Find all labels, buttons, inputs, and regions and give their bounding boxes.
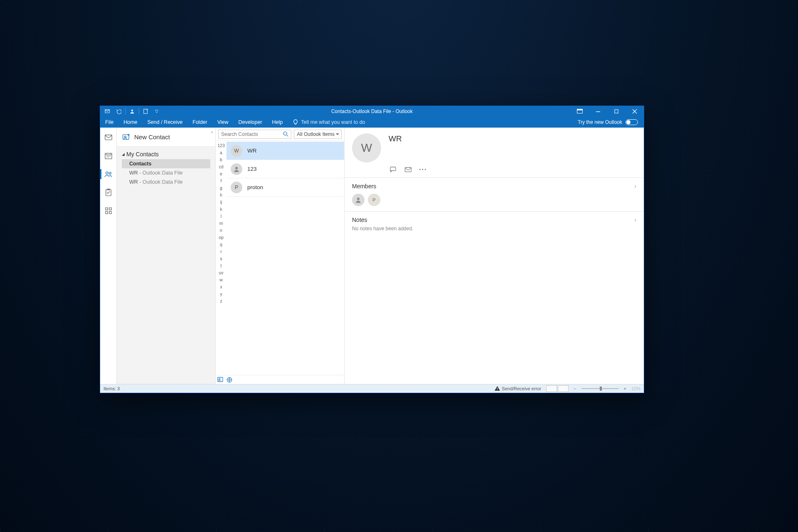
alpha-index-item[interactable]: s	[220, 256, 222, 261]
menu-send-receive[interactable]: Send / Receive	[143, 117, 188, 128]
contact-card-icon[interactable]	[217, 377, 224, 383]
alpha-index-item[interactable]: ij	[220, 199, 222, 205]
rail-more[interactable]	[100, 204, 117, 217]
rail-calendar[interactable]	[100, 149, 117, 163]
svg-point-11	[109, 172, 111, 174]
alpha-index-item[interactable]: z	[220, 298, 222, 304]
zoom-in-icon[interactable]: +	[624, 386, 626, 391]
alpha-index-item[interactable]: m	[219, 220, 223, 226]
new-contact-button[interactable]: New Contact	[117, 128, 215, 147]
folder-pane: ‹ New Contact ◢ My Contacts Contacts WR …	[117, 128, 216, 384]
alpha-index-item[interactable]: uv	[219, 270, 223, 276]
svg-rect-8	[105, 135, 111, 140]
alpha-index-item[interactable]: l	[221, 213, 222, 219]
section-title: Members	[352, 183, 376, 190]
member-chip[interactable]	[352, 194, 365, 206]
svg-rect-6	[614, 109, 618, 113]
alpha-index-item[interactable]: n	[220, 227, 222, 233]
qat-undo-icon[interactable]	[113, 107, 123, 116]
search-scope-dropdown[interactable]: All Outlook Items	[294, 130, 342, 139]
quick-access-toolbar	[100, 107, 162, 116]
nav-group-header[interactable]: ◢ My Contacts	[122, 151, 210, 159]
nav-item-wr-2[interactable]: WR - Outlook Data File	[122, 177, 210, 187]
toggle-switch-icon[interactable]	[626, 119, 638, 125]
contact-row[interactable]: 123	[227, 160, 344, 178]
qat-new-item-icon[interactable]	[141, 107, 151, 116]
view-normal-button[interactable]	[546, 385, 557, 392]
svg-rect-25	[390, 167, 396, 171]
alpha-index-item[interactable]: k	[220, 206, 222, 212]
menu-home[interactable]: Home	[118, 117, 142, 128]
rail-people[interactable]	[100, 167, 117, 181]
qat-send-receive-icon[interactable]	[103, 107, 113, 116]
more-icon[interactable]: ···	[419, 166, 427, 173]
menu-developer[interactable]: Developer	[234, 117, 267, 128]
lightbulb-icon	[293, 119, 298, 125]
alpha-index-item[interactable]: q	[220, 241, 222, 247]
collapse-pane-icon[interactable]: ‹	[211, 129, 213, 134]
alpha-index-item[interactable]: x	[220, 284, 222, 290]
menu-file[interactable]: File	[100, 117, 118, 128]
alpha-index-item[interactable]: a	[220, 150, 222, 155]
zoom-slider[interactable]	[581, 388, 619, 389]
alpha-index-item[interactable]: e	[220, 171, 222, 177]
status-items-count: Items: 3	[103, 386, 120, 391]
svg-rect-28	[497, 388, 498, 389]
status-error[interactable]: Send/Receive error	[495, 386, 541, 391]
status-error-text: Send/Receive error	[502, 386, 541, 391]
members-header[interactable]: Members ›	[352, 183, 636, 190]
window-controls	[571, 106, 644, 117]
zoom-out-icon[interactable]: −	[574, 386, 576, 391]
rail-mail[interactable]	[100, 131, 117, 144]
contact-actions: ···	[345, 165, 644, 177]
menu-help[interactable]: Help	[267, 117, 288, 128]
chat-icon[interactable]	[389, 166, 397, 173]
alpha-index-item[interactable]: y	[220, 291, 222, 297]
nav-item-suffix: - Outlook Data File	[138, 179, 183, 185]
alpha-index-item[interactable]: t	[221, 263, 222, 268]
members-section: Members › P	[345, 177, 644, 211]
menu-folder[interactable]: Folder	[187, 117, 212, 128]
search-contacts-input[interactable]: Search Contacts	[218, 130, 291, 139]
nav-group: ◢ My Contacts Contacts WR - Outlook Data…	[117, 147, 215, 187]
grid-icon	[105, 207, 112, 214]
nav-group-label: My Contacts	[126, 151, 159, 158]
tell-me-search[interactable]: Tell me what you want to do	[288, 117, 370, 128]
maximize-button[interactable]	[607, 106, 626, 117]
mail-icon[interactable]	[404, 166, 412, 173]
qat-customize-icon[interactable]	[152, 107, 162, 116]
alpha-index-item[interactable]: h	[220, 192, 222, 198]
rail-tasks[interactable]	[100, 186, 117, 199]
nav-item-wr-1[interactable]: WR - Outlook Data File	[122, 168, 210, 177]
globe-icon[interactable]	[227, 377, 232, 383]
minimize-button[interactable]	[589, 106, 607, 117]
svg-point-23	[219, 378, 220, 380]
alpha-index-item[interactable]: r	[220, 249, 222, 254]
try-new-outlook[interactable]: Try the new Outlook	[578, 117, 644, 128]
svg-rect-16	[105, 212, 107, 214]
alpha-index-item[interactable]: g	[220, 185, 222, 191]
outlook-window: Contacts-Outlook Data File - Outlook Fil…	[100, 106, 644, 393]
contacts-list-pane: Search Contacts All Outlook Items 123 a …	[216, 128, 345, 384]
contact-header: W WR	[345, 128, 644, 165]
contact-row[interactable]: W WR	[227, 142, 344, 160]
alpha-index-item[interactable]: 123	[217, 143, 225, 148]
menu-view[interactable]: View	[212, 117, 234, 128]
member-chip[interactable]: P	[368, 194, 380, 206]
alpha-index-item[interactable]: op	[219, 234, 224, 240]
search-scope-label: All Outlook Items	[297, 131, 335, 137]
contact-row[interactable]: P proton	[227, 178, 344, 197]
alpha-index-item[interactable]: b	[220, 157, 222, 163]
alpha-index-item[interactable]: cd	[219, 164, 223, 170]
ribbon-display-options-icon[interactable]	[571, 106, 589, 117]
alpha-index-item[interactable]: f	[221, 178, 222, 184]
notes-header[interactable]: Notes ›	[352, 217, 636, 223]
nav-item-label: WR	[129, 170, 138, 176]
new-contact-icon	[123, 134, 130, 140]
close-button[interactable]	[626, 106, 644, 117]
view-reading-button[interactable]	[558, 385, 569, 392]
qat-user-icon[interactable]	[127, 107, 137, 116]
nav-item-contacts[interactable]: Contacts	[122, 159, 210, 168]
notes-empty-text: No notes have been added.	[352, 223, 636, 232]
alpha-index-item[interactable]: w	[219, 277, 223, 283]
